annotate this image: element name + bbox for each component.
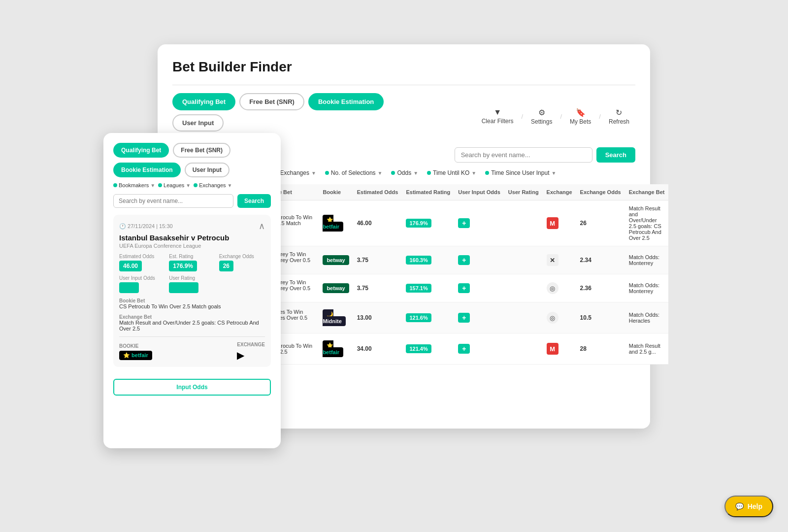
bookie-badge-betfair: ⭐ betfair — [323, 340, 343, 357]
cell-exchange-bet: Match Result and Over/Under 2.5 goals: C… — [625, 200, 669, 246]
rating-badge: 121.6% — [406, 313, 431, 322]
cell-user-input-odds[interactable]: + — [454, 246, 504, 274]
add-odds-button[interactable]: + — [458, 283, 470, 293]
cell-user-rating — [504, 200, 543, 246]
page-title: Bet Builder Finder — [172, 59, 635, 75]
cell-exchange: M — [543, 333, 576, 365]
mobile-bet-info: Bookie Bet CS Petrocub To Win Over 2.5 M… — [119, 298, 265, 309]
exchange-circle-badge: ◎ — [547, 282, 558, 294]
add-odds-button[interactable]: + — [458, 218, 470, 228]
mobile-stat-est-odds: Estimated Odds 46.00 — [119, 254, 165, 271]
cell-exchange-bet: Match Odds: Heracles — [625, 302, 669, 333]
mobile-stat-user-input-odds: User Input Odds — [119, 275, 165, 293]
tabs-row: Qualifying Bet Free Bet (SNR) Bookie Est… — [172, 93, 404, 132]
mobile-filter-bookmakers[interactable]: Bookmakers ▼ — [113, 182, 155, 188]
mobile-tabs-row-2: Bookie Estimation User Input — [113, 163, 271, 177]
cell-estimated-rating: 121.4% — [402, 333, 454, 365]
cell-user-rating — [504, 246, 543, 274]
search-button[interactable]: Search — [596, 147, 635, 163]
cell-bookie: ⭐ betfair — [319, 200, 353, 246]
mobile-tab-free-bet[interactable]: Free Bet (SNR) — [173, 143, 230, 158]
cell-estimated-odds: 46.00 — [353, 200, 402, 246]
cell-user-input-odds[interactable]: + — [454, 274, 504, 302]
my-bets-button[interactable]: 🔖 My Bets — [564, 106, 597, 127]
actions-row: ▼ Clear Filters / ⚙ Settings / 🔖 My Bets… — [404, 106, 635, 127]
mobile-exchange-label: EXCHANGE — [237, 342, 265, 347]
clear-filters-button[interactable]: ▼ Clear Filters — [476, 106, 520, 127]
cell-user-input-odds[interactable]: + — [454, 333, 504, 365]
bookmark-icon: 🔖 — [576, 108, 586, 117]
rating-badge: 157.1% — [406, 284, 431, 293]
refresh-button[interactable]: ↻ Refresh — [603, 106, 635, 127]
mobile-event-title: Istanbul Basaksehir v Petrocub — [119, 233, 265, 242]
cell-bookie: betway — [319, 274, 353, 302]
filter-odds[interactable]: Odds ▼ — [388, 168, 421, 177]
cell-exchange: ◎ — [543, 302, 576, 333]
mobile-tab-qualifying-bet[interactable]: Qualifying Bet — [113, 143, 169, 158]
mobile-panel: Qualifying Bet Free Bet (SNR) Bookie Est… — [103, 133, 281, 448]
add-odds-button[interactable]: + — [458, 344, 470, 354]
mobile-search-button[interactable]: Search — [237, 194, 271, 208]
bookie-badge-betway: betway — [323, 283, 349, 293]
col-estimated-rating: Estimated Rating — [402, 184, 454, 200]
cell-exchange-bet: Match Result and 2.5 g... — [625, 333, 669, 365]
cell-user-rating — [504, 302, 543, 333]
add-odds-button[interactable]: + — [458, 313, 470, 323]
mobile-filter-exchanges[interactable]: Exchanges ▼ — [194, 182, 232, 188]
mobile-collapse-icon[interactable]: ∧ — [259, 221, 265, 232]
search-input[interactable] — [455, 147, 592, 163]
bookmakers-dot — [113, 183, 117, 187]
cell-user-input-odds[interactable]: + — [454, 302, 504, 333]
filter-time-since-user-input[interactable]: Time Since User Input ▼ — [482, 168, 559, 177]
mobile-search-row: Search — [113, 194, 271, 208]
exchange-x-badge: ✕ — [547, 254, 558, 266]
cell-exchange-bet: Match Odds: Monterrey — [625, 246, 669, 274]
mobile-bookie-label: BOOKIE — [119, 343, 152, 349]
rating-badge: 121.4% — [406, 344, 431, 353]
mobile-tabs-row: Qualifying Bet Free Bet (SNR) — [113, 143, 271, 158]
mobile-filter-leagues[interactable]: Leagues ▼ — [158, 182, 191, 188]
tab-bookie-estimation[interactable]: Bookie Estimation — [308, 93, 384, 110]
tab-qualifying-bet[interactable]: Qualifying Bet — [172, 93, 235, 110]
cell-user-rating — [504, 274, 543, 302]
settings-button[interactable]: ⚙ Settings — [525, 106, 558, 127]
rating-badge: 176.9% — [406, 219, 431, 228]
mobile-exchange-bet-info: Exchange Bet Match Result and Over/Under… — [119, 314, 265, 332]
cell-bookie: 🌙 Midnite — [319, 302, 353, 333]
cell-exchange-odds: 28 — [576, 333, 625, 365]
cell-exchange-odds: 26 — [576, 200, 625, 246]
col-user-rating: User Rating — [504, 184, 543, 200]
filter-no-selections[interactable]: No. of Selections ▼ — [322, 168, 386, 177]
tabs-actions-row: Qualifying Bet Free Bet (SNR) Bookie Est… — [172, 93, 635, 139]
cell-estimated-odds: 3.75 — [353, 246, 402, 274]
add-odds-button[interactable]: + — [458, 255, 470, 265]
cell-estimated-rating: 160.3% — [402, 246, 454, 274]
mobile-search-input[interactable] — [113, 194, 233, 208]
tab-free-bet-snr[interactable]: Free Bet (SNR) — [239, 93, 304, 110]
col-user-input-odds: User Input Odds — [454, 184, 504, 200]
cell-exchange: ◎ — [543, 274, 576, 302]
mobile-event-time: 🕐 27/11/2024 | 15:30 — [119, 223, 173, 230]
filter-time-until-ko[interactable]: Time Until KO ▼ — [424, 168, 479, 177]
help-button[interactable]: 💬 Help — [724, 496, 773, 517]
bookie-badge-betway: betway — [323, 255, 349, 265]
mobile-event-league: UEFA Europa Conference League — [119, 243, 265, 249]
mobile-tab-bookie-est[interactable]: Bookie Estimation — [113, 163, 181, 177]
filter-icon: ▼ — [493, 108, 501, 117]
cell-exchange: ✕ — [543, 246, 576, 274]
mobile-exchange-section: EXCHANGE ▶ — [237, 342, 265, 361]
exchange-m-badge: M — [547, 217, 558, 229]
bookie-badge-betfair: ⭐ betfair — [323, 215, 343, 232]
mobile-stats-grid: Estimated Odds 46.00 Est. Rating 176.9% … — [119, 254, 265, 293]
mobile-tab-user-input[interactable]: User Input — [185, 163, 230, 177]
mobile-input-odds-button[interactable]: Input Odds — [113, 379, 271, 396]
tab-user-input[interactable]: User Input — [172, 114, 224, 132]
cell-estimated-odds: 3.75 — [353, 274, 402, 302]
cell-estimated-odds: 34.00 — [353, 333, 402, 365]
cell-user-input-odds[interactable]: + — [454, 200, 504, 246]
mobile-bookie-section: BOOKIE ⭐ betfair — [119, 343, 152, 360]
col-estimated-odds: Estimated Odds — [353, 184, 402, 200]
exchanges-dot — [194, 183, 197, 187]
bookie-badge-midnite: 🌙 Midnite — [323, 309, 346, 326]
col-exchange-bet: Exchange Bet — [625, 184, 669, 200]
